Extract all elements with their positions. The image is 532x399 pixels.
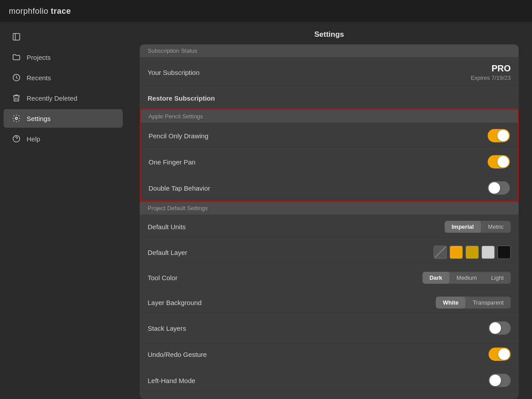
setting-row-your-subscription: Your Subscription PRO Expires 7/19/23 <box>140 57 519 88</box>
setting-row-left-hand-mode: Left-Hand Mode <box>140 368 519 394</box>
section-header-project-defaults: Project Default Settings <box>140 202 519 215</box>
sidebar-item-settings[interactable]: Settings <box>4 109 123 128</box>
section-header-apple-pencil: Apple Pencil Settings <box>141 110 518 123</box>
sidebar-item-label: Projects <box>27 54 51 61</box>
setting-row-pencil-only-drawing: Pencil Only Drawing <box>141 123 518 149</box>
swatch-orange[interactable] <box>450 246 463 259</box>
toggle-knob <box>498 348 510 360</box>
seg-option-dark[interactable]: Dark <box>422 272 450 284</box>
toggle-knob <box>489 375 501 386</box>
seg-option-transparent[interactable]: Transparent <box>466 297 511 309</box>
setting-label: Double Tap Behavior <box>149 184 210 192</box>
segmented-control-units: Imperial Metric <box>445 221 511 233</box>
setting-label: One Finger Pan <box>149 158 196 166</box>
toggle-knob <box>489 182 500 194</box>
setting-row-tool-color: Tool Color Dark Medium Light <box>140 266 519 290</box>
toggle-left-hand-mode[interactable] <box>489 374 511 387</box>
swatch-yellow[interactable] <box>466 246 479 259</box>
toggle-knob <box>497 130 509 141</box>
segmented-control-layer-background: White Transparent <box>436 297 511 309</box>
toggle-pencil-only-drawing[interactable] <box>488 129 510 142</box>
toggle-double-tap-behavior[interactable] <box>488 181 510 195</box>
content-area: Settings Subscription Status Your Subscr… <box>126 22 532 399</box>
gear-icon <box>12 113 21 123</box>
expires-label: Expires 7/19/23 <box>471 74 511 81</box>
sidebar-item-label: Help <box>27 135 40 143</box>
toggle-stack-layers[interactable] <box>489 321 511 335</box>
sidebar-item-panel-toggle[interactable] <box>4 27 123 46</box>
sidebar-item-projects[interactable]: Projects <box>4 48 123 66</box>
seg-option-metric[interactable]: Metric <box>481 221 511 233</box>
seg-option-light[interactable]: Light <box>484 272 511 284</box>
subscription-value: PRO Expires 7/19/23 <box>471 63 511 82</box>
swatch-slash[interactable] <box>434 246 447 259</box>
toggle-knob <box>489 322 501 334</box>
setting-row-one-finger-pan: One Finger Pan <box>141 149 518 175</box>
swatch-light[interactable] <box>481 246 495 259</box>
setting-row-default-units: Default Units Imperial Metric <box>140 215 519 239</box>
sidebar-item-recently-deleted[interactable]: Recently Deleted <box>4 89 123 107</box>
svg-point-5 <box>16 141 17 141</box>
toggle-knob <box>497 156 509 168</box>
svg-point-3 <box>16 117 18 120</box>
panel-toggle-icon <box>12 32 21 42</box>
setting-label: Undo/Redo Gesture <box>148 351 207 358</box>
setting-row-layer-background: Layer Background White Transparent <box>140 290 519 315</box>
main-layout: Projects Recents Recently Deleted Settin… <box>0 22 532 399</box>
color-swatches <box>434 246 511 259</box>
pro-label: PRO <box>471 63 511 74</box>
restore-label: Restore Subscription <box>148 94 215 102</box>
sidebar-item-help[interactable]: Help <box>4 129 123 148</box>
question-icon <box>12 134 21 144</box>
swatch-black[interactable] <box>497 246 511 259</box>
setting-row-stack-layers: Stack Layers <box>140 315 519 341</box>
apple-pencil-section: Apple Pencil Settings Pencil Only Drawin… <box>140 109 519 202</box>
setting-label: Pencil Only Drawing <box>149 132 208 140</box>
folder-icon <box>12 52 21 62</box>
seg-option-white[interactable]: White <box>436 297 466 309</box>
setting-label: Your Subscription <box>148 69 200 76</box>
app-title: morphfolio trace <box>9 7 71 16</box>
setting-label: Default Units <box>148 223 186 231</box>
app-title-bold: trace <box>51 7 71 16</box>
toggle-one-finger-pan[interactable] <box>488 155 510 168</box>
setting-label: Stack Layers <box>148 325 186 332</box>
clock-icon <box>12 73 21 82</box>
sidebar-item-label: Recents <box>27 74 51 82</box>
setting-label: Tool Color <box>148 274 178 282</box>
trash-icon <box>12 93 21 103</box>
svg-rect-0 <box>13 34 20 40</box>
setting-row-undo-redo: Undo/Redo Gesture <box>140 341 519 368</box>
toggle-undo-redo[interactable] <box>489 348 511 361</box>
sidebar-item-label: Settings <box>27 115 51 122</box>
segmented-control-tool-color: Dark Medium Light <box>422 272 511 284</box>
sidebar-item-label: Recently Deleted <box>27 94 77 102</box>
title-bar: morphfolio trace <box>0 0 532 22</box>
setting-label: Left-Hand Mode <box>148 377 196 384</box>
setting-row-default-layer: Default Layer <box>140 239 519 266</box>
setting-label: Default Layer <box>148 249 187 256</box>
sidebar: Projects Recents Recently Deleted Settin… <box>0 22 126 399</box>
page-title: Settings <box>140 22 519 44</box>
settings-container: Subscription Status Your Subscription PR… <box>140 44 519 399</box>
setting-row-restore-subscription[interactable]: Restore Subscription <box>140 88 519 109</box>
sidebar-item-recents[interactable]: Recents <box>4 68 123 87</box>
seg-option-imperial[interactable]: Imperial <box>445 221 481 233</box>
setting-row-double-tap-behavior: Double Tap Behavior <box>141 175 518 201</box>
section-header-subscription: Subscription Status <box>140 44 519 57</box>
setting-label: Layer Background <box>148 299 202 306</box>
setting-row-zoom-rotation-lock: Zoom Rotation Lock <box>140 394 519 399</box>
seg-option-medium[interactable]: Medium <box>450 272 484 284</box>
